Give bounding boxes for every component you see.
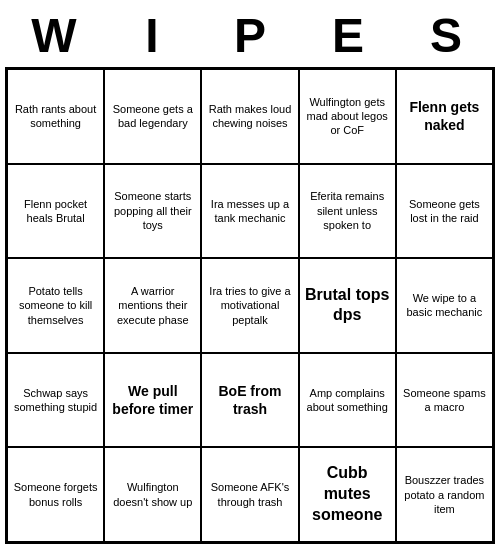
bingo-cell-17[interactable]: BoE from trash (201, 353, 298, 448)
bingo-cell-1[interactable]: Someone gets a bad legendary (104, 69, 201, 164)
bingo-title: W I P E S (5, 0, 495, 67)
bingo-cell-11[interactable]: A warrior mentions their execute phase (104, 258, 201, 353)
bingo-cell-8[interactable]: Eferita remains silent unless spoken to (299, 164, 396, 259)
title-letter-i: I (112, 8, 192, 63)
title-letter-w: W (14, 8, 94, 63)
bingo-cell-21[interactable]: Wulfington doesn't show up (104, 447, 201, 542)
bingo-cell-19[interactable]: Someone spams a macro (396, 353, 493, 448)
bingo-cell-7[interactable]: Ira messes up a tank mechanic (201, 164, 298, 259)
bingo-cell-18[interactable]: Amp complains about something (299, 353, 396, 448)
bingo-cell-24[interactable]: Bouszzer trades potato a random item (396, 447, 493, 542)
bingo-cell-0[interactable]: Rath rants about something (7, 69, 104, 164)
bingo-cell-4[interactable]: Flenn gets naked (396, 69, 493, 164)
title-letter-e: E (308, 8, 388, 63)
bingo-cell-5[interactable]: Flenn pocket heals Brutal (7, 164, 104, 259)
bingo-cell-14[interactable]: We wipe to a basic mechanic (396, 258, 493, 353)
bingo-cell-22[interactable]: Someone AFK's through trash (201, 447, 298, 542)
bingo-cell-3[interactable]: Wulfington gets mad about legos or CoF (299, 69, 396, 164)
bingo-cell-15[interactable]: Schwap says something stupid (7, 353, 104, 448)
bingo-cell-6[interactable]: Someone starts popping all their toys (104, 164, 201, 259)
bingo-cell-12[interactable]: Ira tries to give a motivational peptalk (201, 258, 298, 353)
bingo-grid: Rath rants about somethingSomeone gets a… (5, 67, 495, 544)
title-letter-p: P (210, 8, 290, 63)
bingo-cell-10[interactable]: Potato tells someone to kill themselves (7, 258, 104, 353)
bingo-cell-2[interactable]: Rath makes loud chewing noises (201, 69, 298, 164)
bingo-cell-20[interactable]: Someone forgets bonus rolls (7, 447, 104, 542)
bingo-cell-9[interactable]: Someone gets lost in the raid (396, 164, 493, 259)
bingo-cell-13[interactable]: Brutal tops dps (299, 258, 396, 353)
title-letter-s: S (406, 8, 486, 63)
bingo-cell-16[interactable]: We pull before timer (104, 353, 201, 448)
bingo-cell-23[interactable]: Cubb mutes someone (299, 447, 396, 542)
